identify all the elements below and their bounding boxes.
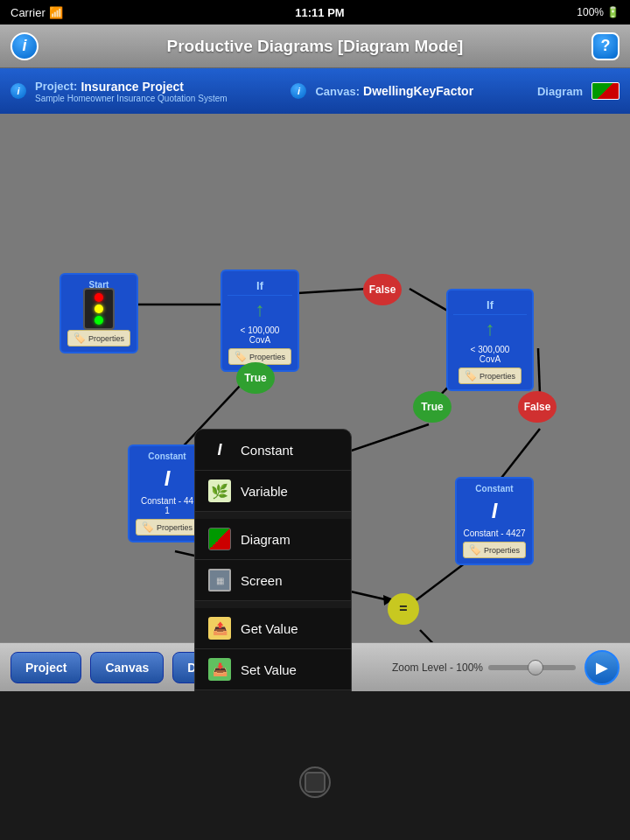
context-menu: I Constant 🌿 Variable Diagram <box>194 429 352 691</box>
if2-props[interactable]: 🏷️ Properties <box>458 368 522 384</box>
carrier-label: Carrier <box>10 6 46 19</box>
false-label-1: False <box>363 274 402 305</box>
battery-percent: 100% <box>577 6 604 18</box>
svg-line-12 <box>538 348 540 394</box>
run-button[interactable]: ▶ <box>584 650 620 685</box>
start-node-icon <box>81 291 116 326</box>
zoom-slider[interactable] <box>488 665 576 670</box>
start-node-props[interactable]: 🏷️ Properties <box>67 330 130 346</box>
diagram-menu-label: Diagram <box>241 532 290 547</box>
constant-menu-icon: I <box>207 438 232 462</box>
project-info-icon[interactable]: i <box>10 83 26 99</box>
time-display: 11:11 PM <box>295 6 344 19</box>
menu-item-set-value[interactable]: 📥 Set Value <box>195 649 351 690</box>
screen-menu-label: Screen <box>241 573 283 588</box>
screen-menu-icon: ▦ <box>207 568 232 592</box>
title-bar: i Productive Diagrams [Diagram Mode] ? <box>0 24 630 68</box>
project-button[interactable]: Project <box>10 652 81 683</box>
if2-condition: < 300,000 CovA <box>471 345 510 364</box>
const1-value: Constant - 441 <box>141 496 193 515</box>
get-value-menu-label: Get Value <box>241 621 298 636</box>
const1-props[interactable]: 🏷️ Properties <box>136 519 199 536</box>
project-bar: i Project: Insurance Project Sample Home… <box>0 68 630 114</box>
constant-menu-label: Constant <box>241 443 293 458</box>
if2-header: If <box>453 296 527 315</box>
const2-icon: I <box>492 499 498 523</box>
home-button-inner <box>304 772 326 793</box>
home-button-area <box>0 766 630 791</box>
if1-arrow-icon: ↑ <box>256 298 265 321</box>
app-title: Productive Diagrams [Diagram Mode] <box>167 37 464 56</box>
project-subtitle: Sample Homeowner Insurance Quotation Sys… <box>35 94 228 103</box>
canvas-section: Canvas: DwellingKeyFactor <box>315 84 473 98</box>
project-label: Project: <box>35 80 77 93</box>
if1-header: If <box>228 276 292 296</box>
diagram-label: Diagram <box>537 85 583 98</box>
set-value-menu-label: Set Value <box>241 662 297 677</box>
false-label-2: False <box>518 391 556 423</box>
battery-icon: 🔋 <box>606 6 620 18</box>
if2-title: If <box>486 298 494 312</box>
if2-node[interactable]: If ↑ < 300,000 CovA 🏷️ Properties <box>446 289 534 391</box>
status-bar: Carrier 📶 11:11 PM 100% 🔋 <box>0 0 630 24</box>
const1-title: Constant <box>148 452 186 461</box>
battery-info: 100% 🔋 <box>577 6 620 18</box>
variable-menu-label: Variable <box>241 484 288 499</box>
wifi-icon: 📶 <box>49 6 63 19</box>
zoom-label: Zoom Level - 100% <box>392 662 483 674</box>
if1-title: If <box>256 279 263 292</box>
menu-item-get-value[interactable]: 📤 Get Value <box>195 608 351 649</box>
true-label-2: True <box>413 391 452 423</box>
diagram-menu-icon <box>207 527 232 551</box>
zoom-thumb[interactable] <box>528 660 543 676</box>
help-button[interactable]: ? <box>592 32 620 60</box>
set-value-menu-icon: 📥 <box>207 657 232 682</box>
if1-condition: < 100,000 CovA <box>241 326 280 345</box>
menu-separator-1 <box>195 512 351 519</box>
start-node[interactable]: Start 🏷️ Properties <box>60 273 138 354</box>
const2-title: Constant <box>475 484 513 494</box>
carrier-info: Carrier 📶 <box>10 6 63 19</box>
svg-line-2 <box>298 289 368 293</box>
variable-menu-icon: 🌿 <box>207 479 232 503</box>
props-icon: 🏷️ <box>74 332 86 344</box>
canvas-info-icon[interactable]: i <box>290 83 306 99</box>
menu-item-constant[interactable]: I Constant <box>195 430 351 471</box>
const2-value: Constant - 4427 <box>463 528 525 538</box>
home-button[interactable] <box>299 766 331 798</box>
canvas-label: Canvas: <box>315 85 360 98</box>
diagram-flag-icon <box>592 82 620 100</box>
menu-item-diagram[interactable]: Diagram <box>195 519 351 560</box>
project-section: Project: Insurance Project Sample Homeow… <box>35 80 228 103</box>
const2-node[interactable]: Constant I Constant - 4427 🏷️ Properties <box>455 477 534 565</box>
if1-node[interactable]: If ↑ < 100,000 CovA 🏷️ Properties <box>220 270 299 372</box>
svg-line-15 <box>499 429 540 481</box>
canvas-name: DwellingKeyFactor <box>363 84 473 98</box>
menu-separator-3 <box>195 690 351 691</box>
equals-label: = <box>388 593 419 625</box>
true-label-1: True <box>236 362 275 394</box>
if2-arrow-icon: ↑ <box>486 318 495 340</box>
menu-separator-2 <box>195 601 351 608</box>
canvas-button[interactable]: Canvas <box>90 652 164 683</box>
menu-item-screen[interactable]: ▦ Screen <box>195 560 351 601</box>
project-name: Insurance Project <box>80 80 184 94</box>
zoom-section: Zoom Level - 100% <box>392 662 576 674</box>
info-button[interactable]: i <box>10 32 38 60</box>
const2-props[interactable]: 🏷️ Properties <box>463 542 526 558</box>
const1-icon: I <box>164 466 171 491</box>
diagram-canvas[interactable]: Start 🏷️ Properties If ↑ < 100,000 CovA … <box>0 114 630 691</box>
menu-item-variable[interactable]: 🌿 Variable <box>195 471 351 512</box>
get-value-menu-icon: 📤 <box>207 616 232 640</box>
